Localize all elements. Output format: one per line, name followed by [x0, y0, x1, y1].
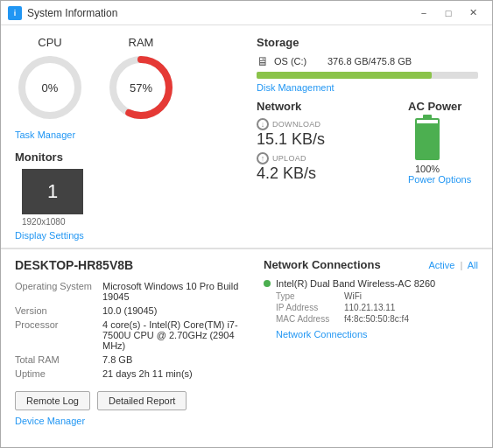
task-manager-link[interactable]: Task Manager	[15, 130, 243, 140]
connection-detail-row: MAC Addressf4:8c:50:50:8c:f4	[276, 314, 478, 324]
detail-value: WiFi	[344, 291, 362, 301]
system-info-panel: DESKTOP-HR85V8B Operating SystemMicrosof…	[15, 258, 243, 438]
upload-value: 4.2 KB/s	[257, 164, 394, 183]
storage-name: OS (C:)	[274, 56, 322, 66]
storage-item: 🖥 OS (C:) 376.8 GB/475.8 GB	[257, 54, 478, 68]
detailed-report-button[interactable]: Detailed Report	[97, 391, 187, 410]
monitor-resolution: 1920x1080	[22, 217, 243, 227]
ram-value: 57%	[130, 81, 152, 94]
info-value: 7.8 GB	[102, 353, 243, 367]
window: i System Information − □ ✕ CPU	[0, 0, 493, 448]
device-manager-link[interactable]: Device Manager	[15, 416, 243, 426]
ram-metric: RAM 57%	[106, 36, 176, 122]
action-buttons: Remote Log Detailed Report	[15, 391, 243, 410]
monitors-title: Monitors	[15, 150, 243, 164]
download-arrow-icon: ↓	[257, 118, 269, 130]
network-section: Network ↓ DOWNLOAD 15.1 KB/s ↑ UPLOAD	[257, 100, 394, 186]
minimize-button[interactable]: −	[412, 4, 436, 22]
network-filter-links: Active | All	[428, 260, 478, 270]
storage-section: Storage 🖥 OS (C:) 376.8 GB/475.8 GB Disk…	[257, 36, 478, 93]
display-settings-link[interactable]: Display Settings	[15, 230, 243, 241]
upload-label: UPLOAD	[272, 154, 306, 163]
bottom-section: DESKTOP-HR85V8B Operating SystemMicrosof…	[1, 249, 492, 447]
battery-wrapper: 100%	[415, 118, 440, 174]
info-value: 21 days 2h 11 min(s)	[102, 367, 243, 381]
connection-name: Intel(R) Dual Band Wireless-AC 8260	[276, 278, 435, 289]
table-row: Version10.0 (19045)	[15, 304, 243, 318]
detail-label: Type	[276, 291, 337, 301]
storage-bar-fill	[257, 72, 432, 79]
storage-size: 376.8 GB/475.8 GB	[327, 56, 412, 66]
ac-power-section: AC Power 100% Power Options	[408, 100, 478, 186]
cpu-metric: CPU 0%	[15, 36, 85, 122]
disk-management-link[interactable]: Disk Management	[257, 82, 478, 93]
download-stat: ↓ DOWNLOAD 15.1 KB/s	[257, 118, 394, 149]
download-label: DOWNLOAD	[272, 120, 320, 129]
upload-stat: ↑ UPLOAD 4.2 KB/s	[257, 152, 394, 183]
detail-value: f4:8c:50:50:8c:f4	[344, 314, 409, 324]
info-label: Operating System	[15, 279, 102, 304]
connection-details: TypeWiFiIP Address110.21.13.11MAC Addres…	[276, 291, 478, 324]
network-connections-header: Network Connections Active | All	[264, 258, 478, 271]
all-filter-link[interactable]: All	[468, 260, 478, 270]
info-value: 10.0 (19045)	[102, 304, 243, 318]
monitor-count: 1	[47, 180, 58, 203]
power-options-link[interactable]: Power Options	[408, 174, 471, 185]
computer-name: DESKTOP-HR85V8B	[15, 258, 243, 272]
title-bar-left: i System Information	[8, 6, 117, 20]
close-button[interactable]: ✕	[461, 4, 485, 22]
cpu-label: CPU	[38, 36, 61, 49]
remote-log-button[interactable]: Remote Log	[15, 391, 90, 410]
ac-power-title: AC Power	[408, 100, 461, 113]
network-connections-link[interactable]: Network Connections	[276, 329, 478, 340]
connection-detail-row: TypeWiFi	[276, 291, 478, 301]
network-ac-row: Network ↓ DOWNLOAD 15.1 KB/s ↑ UPLOAD	[257, 100, 478, 186]
content-area: CPU 0% RAM	[1, 25, 492, 447]
detail-value: 110.21.13.11	[344, 303, 395, 312]
cpu-donut: 0%	[15, 52, 85, 122]
connection-item: Intel(R) Dual Band Wireless-AC 8260 Type…	[264, 278, 478, 324]
connection-name-row: Intel(R) Dual Band Wireless-AC 8260	[264, 278, 478, 289]
storage-bar-wrapper	[257, 72, 478, 79]
monitors-section: Monitors 1 1920x1080 Display Settings	[15, 150, 243, 241]
active-filter-link[interactable]: Active	[428, 260, 454, 270]
table-row: Processor4 core(s) - Intel(R) Core(TM) i…	[15, 318, 243, 353]
info-value: Microsoft Windows 10 Pro Build 19045	[102, 279, 243, 304]
connection-detail-row: IP Address110.21.13.11	[276, 303, 478, 312]
ram-label: RAM	[129, 36, 154, 49]
upload-arrow-icon: ↑	[257, 152, 269, 164]
battery-percent: 100%	[415, 164, 440, 174]
battery-fill	[417, 123, 438, 158]
connection-status-dot	[264, 280, 271, 287]
table-row: Total RAM7.8 GB	[15, 353, 243, 367]
detail-label: MAC Address	[276, 314, 337, 324]
network-connections-title: Network Connections	[264, 258, 381, 271]
right-panel: Storage 🖥 OS (C:) 376.8 GB/475.8 GB Disk…	[243, 36, 478, 241]
battery-icon	[415, 118, 440, 160]
ram-donut: 57%	[106, 52, 176, 122]
storage-title: Storage	[257, 36, 478, 49]
app-icon: i	[8, 6, 22, 20]
window-title: System Information	[27, 7, 117, 19]
filter-separator: |	[460, 260, 462, 270]
info-table: Operating SystemMicrosoft Windows 10 Pro…	[15, 279, 243, 381]
detail-label: IP Address	[276, 303, 337, 312]
metrics-row: CPU 0% RAM	[15, 36, 243, 122]
info-label: Version	[15, 304, 102, 318]
title-bar-controls: − □ ✕	[412, 4, 485, 22]
download-value: 15.1 KB/s	[257, 130, 394, 149]
cpu-value: 0%	[42, 81, 59, 94]
network-connections-panel: Network Connections Active | All Intel(R…	[257, 258, 478, 438]
storage-icon: 🖥	[257, 54, 269, 68]
table-row: Uptime21 days 2h 11 min(s)	[15, 367, 243, 381]
maximize-button[interactable]: □	[436, 4, 461, 22]
monitor-display: 1	[22, 169, 83, 214]
title-bar: i System Information − □ ✕	[1, 1, 492, 25]
info-label: Uptime	[15, 367, 102, 381]
info-value: 4 core(s) - Intel(R) Core(TM) i7-7500U C…	[102, 318, 243, 353]
info-label: Processor	[15, 318, 102, 353]
left-panel: CPU 0% RAM	[15, 36, 243, 241]
network-title: Network	[257, 100, 394, 113]
top-section: CPU 0% RAM	[1, 25, 492, 248]
table-row: Operating SystemMicrosoft Windows 10 Pro…	[15, 279, 243, 304]
